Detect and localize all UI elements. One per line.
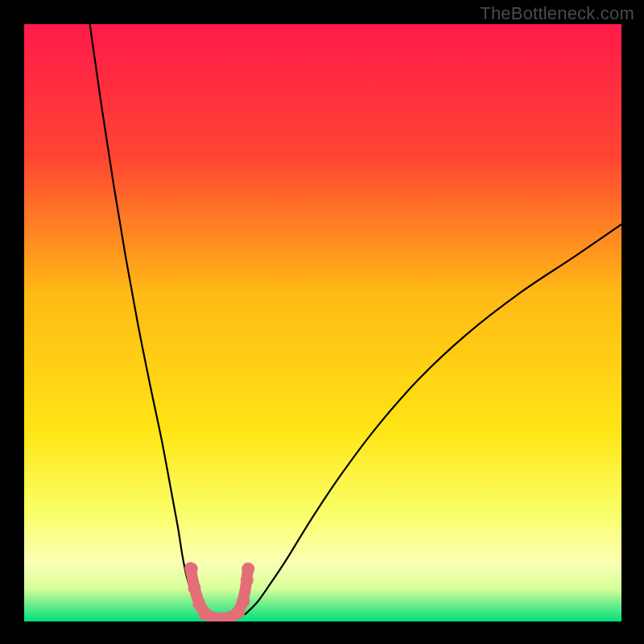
data-point: [242, 563, 254, 576]
data-point: [237, 595, 250, 608]
plot-area: [24, 24, 621, 621]
data-point: [188, 581, 200, 594]
gradient-background: [24, 24, 621, 621]
data-point: [232, 606, 245, 619]
watermark-text: TheBottleneck.com: [480, 3, 634, 24]
chart-svg: [24, 24, 621, 621]
data-point: [185, 563, 198, 576]
data-point: [241, 574, 254, 587]
